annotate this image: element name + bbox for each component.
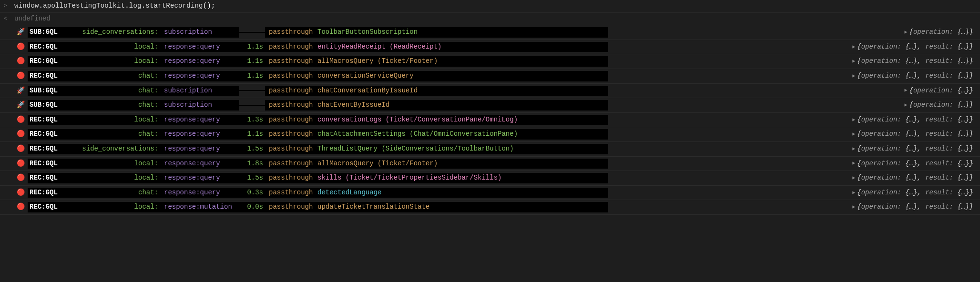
log-kind: response:query	[160, 188, 239, 198]
expand-object[interactable]: ▶{operation: {…}, result: {…}}	[849, 159, 980, 169]
object-placeholder: {…}	[905, 202, 917, 212]
brace-close: }	[970, 144, 973, 154]
comma: ,	[917, 57, 925, 66]
comma: ,	[917, 144, 925, 154]
object-key: result:	[925, 173, 957, 183]
log-operation-name: conversationLogs (Ticket/ConversationPan…	[317, 115, 608, 125]
object-placeholder: {…}	[905, 71, 917, 81]
expand-object[interactable]: ▶{operation: {…}, result: {…}}	[849, 188, 980, 198]
expand-object[interactable]: ▶{operation: {…}, result: {…}}	[849, 56, 980, 67]
log-row[interactable]: 🚀SUB:GQLchat:subscriptionpassthroughchat…	[0, 84, 980, 99]
object-placeholder: {…}	[957, 188, 969, 198]
object-placeholder: {…}	[957, 130, 969, 139]
log-duration: 1.5s	[239, 173, 265, 183]
log-row[interactable]: 🔴REC:GQLlocal:response:mutation0.0spasst…	[0, 200, 980, 215]
log-mode: passthrough	[265, 159, 317, 169]
log-tag: REC:GQL	[28, 144, 65, 154]
record-icon: 🔴	[0, 173, 28, 183]
log-row[interactable]: 🔴REC:GQLside_conversations:response:quer…	[0, 142, 980, 157]
log-tag: REC:GQL	[28, 115, 65, 125]
object-placeholder: {…}	[957, 57, 969, 66]
log-source-label: local:	[65, 159, 160, 169]
log-row[interactable]: 🔴REC:GQLlocal:response:query1.3spassthro…	[0, 113, 980, 128]
log-duration: 0.0s	[239, 202, 265, 212]
object-placeholder: {…}	[957, 42, 969, 52]
record-icon: 🔴	[0, 71, 28, 81]
log-row[interactable]: 🔴REC:GQLlocal:response:query1.5spassthro…	[0, 171, 980, 186]
log-tag: REC:GQL	[28, 173, 65, 183]
console-input-line[interactable]: > window.apolloTestingToolkit.log.startR…	[0, 0, 980, 13]
log-row[interactable]: 🚀SUB:GQLchat:subscriptionpassthroughchat…	[0, 98, 980, 113]
log-row[interactable]: 🔴REC:GQLlocal:response:query1.8spassthro…	[0, 157, 980, 171]
code-token: ();	[203, 2, 215, 10]
object-placeholder: {…}	[957, 86, 969, 96]
brace-close: }	[970, 173, 973, 183]
comma: ,	[917, 159, 925, 169]
code-token: .	[39, 2, 43, 10]
log-row[interactable]: 🔴REC:GQLchat:response:query1.1spassthrou…	[0, 69, 980, 84]
log-kind: response:query	[160, 115, 239, 125]
log-source-label: local:	[65, 42, 160, 52]
brace-open: {	[857, 57, 861, 66]
expand-object[interactable]: ▶{operation: {…}, result: {…}}	[849, 129, 980, 140]
log-row[interactable]: 🔴REC:GQLlocal:response:query1.1spassthro…	[0, 54, 980, 69]
expand-object[interactable]: ▶{operation: {…}}	[902, 86, 980, 96]
log-source-label: chat:	[65, 71, 160, 81]
chevron-right-icon: ▶	[852, 175, 855, 181]
log-kind: response:query	[160, 42, 239, 52]
log-row[interactable]: 🚀SUB:GQLside_conversations:subscriptionp…	[0, 25, 980, 40]
object-key: result:	[925, 57, 957, 66]
expand-object[interactable]: ▶{operation: {…}}	[902, 100, 980, 111]
console-result-line: < undefined	[0, 13, 980, 26]
log-duration: 1.1s	[239, 56, 265, 67]
object-placeholder: {…}	[957, 202, 969, 212]
chevron-right-icon: ▶	[852, 146, 855, 152]
log-duration: 1.3s	[239, 115, 265, 125]
expand-object[interactable]: ▶{operation: {…}, result: {…}}	[849, 173, 980, 183]
log-row[interactable]: 🔴REC:GQLlocal:response:query1.1spassthro…	[0, 40, 980, 55]
object-key: operation:	[913, 86, 957, 96]
expand-object[interactable]: ▶{operation: {…}, result: {…}}	[849, 202, 980, 212]
expand-object[interactable]: ▶{operation: {…}, result: {…}}	[849, 71, 980, 81]
rocket-icon: 🚀	[0, 86, 28, 96]
log-row[interactable]: 🔴REC:GQLchat:response:query1.1spassthrou…	[0, 127, 980, 142]
record-icon: 🔴	[0, 144, 28, 154]
log-source-label: chat:	[65, 100, 160, 111]
object-placeholder: {…}	[957, 71, 969, 81]
expand-object[interactable]: ▶{operation: {…}, result: {…}}	[849, 144, 980, 154]
log-source-label: local:	[65, 115, 160, 125]
chevron-right-icon: ▶	[905, 87, 908, 94]
record-icon: 🔴	[0, 202, 28, 212]
object-key: operation:	[861, 159, 905, 169]
chevron-right-icon: ▶	[852, 160, 855, 167]
object-placeholder: {…}	[905, 57, 917, 66]
chevron-right-icon: ▶	[852, 204, 855, 211]
object-placeholder: {…}	[957, 144, 969, 154]
brace-close: }	[970, 115, 973, 125]
log-kind: subscription	[160, 86, 239, 96]
brace-close: }	[970, 57, 973, 66]
log-operation-name: skills (Ticket/TicketPropertiesSidebar/S…	[317, 173, 608, 183]
object-placeholder: {…}	[957, 101, 969, 110]
expand-object[interactable]: ▶{operation: {…}, result: {…}}	[849, 42, 980, 52]
log-source-label: local:	[65, 202, 160, 212]
log-mode: passthrough	[265, 86, 317, 96]
log-operation-name: entityReadReceipt (ReadReceipt)	[317, 42, 608, 52]
log-duration: 1.1s	[239, 129, 265, 140]
log-operation-name: chatConversationByIssueId	[317, 86, 608, 96]
expand-object[interactable]: ▶{operation: {…}, result: {…}}	[849, 115, 980, 125]
object-key: result:	[925, 188, 957, 198]
log-duration: 1.8s	[239, 159, 265, 169]
log-row[interactable]: 🔴REC:GQLchat:response:query0.3spassthrou…	[0, 186, 980, 201]
expand-object[interactable]: ▶{operation: {…}}	[902, 27, 980, 38]
log-source-label: chat:	[65, 86, 160, 96]
log-tag: SUB:GQL	[28, 27, 65, 38]
object-key: operation:	[861, 42, 905, 52]
comma: ,	[917, 202, 925, 212]
log-operation-name: allMacrosQuery (Ticket/Footer)	[317, 56, 608, 67]
object-placeholder: {…}	[957, 173, 969, 183]
chevron-right-icon: ▶	[852, 131, 855, 138]
console-panel: > window.apolloTestingToolkit.log.startR…	[0, 0, 980, 215]
log-kind: response:query	[160, 144, 239, 154]
log-mode: passthrough	[265, 56, 317, 67]
